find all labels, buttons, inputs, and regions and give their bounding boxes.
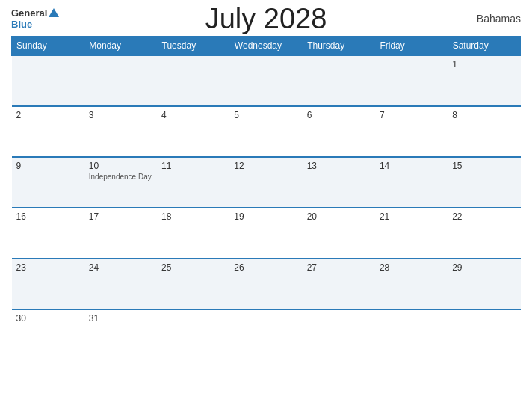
calendar-cell: 7 — [375, 106, 448, 157]
day-number: 12 — [234, 161, 297, 171]
week-row-3: 910Independence Day1112131415 — [12, 157, 521, 208]
weekday-header-friday: Friday — [375, 37, 448, 56]
day-number: 28 — [380, 262, 443, 273]
calendar-cell — [229, 309, 302, 360]
day-number: 8 — [452, 110, 516, 120]
holiday-label: Independence Day — [89, 173, 152, 181]
calendar-cell — [303, 55, 375, 106]
calendar-cell — [229, 55, 302, 106]
calendar-cell — [12, 55, 84, 106]
calendar-cell: 5 — [229, 106, 302, 157]
calendar-cell — [84, 55, 157, 106]
day-number: 25 — [161, 262, 225, 273]
weekday-header-monday: Monday — [84, 37, 157, 56]
calendar-cell: 24 — [84, 259, 157, 309]
day-number: 3 — [89, 110, 152, 120]
calendar-cell: 28 — [375, 259, 448, 309]
calendar-cell: 11 — [157, 157, 229, 208]
day-number: 13 — [307, 161, 371, 171]
calendar-cell: 20 — [303, 208, 375, 259]
calendar-cell: 1 — [448, 55, 520, 106]
calendar-cell: 19 — [229, 208, 302, 259]
calendar-container: General Blue July 2028 Bahamas SundayMon… — [0, 0, 532, 411]
calendar-cell: 17 — [84, 208, 157, 259]
day-number: 5 — [234, 110, 297, 120]
day-number: 30 — [16, 313, 80, 324]
calendar-cell — [157, 309, 229, 360]
day-number: 9 — [16, 161, 80, 171]
logo-triangle-icon — [49, 8, 59, 17]
calendar-header: General Blue July 2028 Bahamas — [11, 7, 521, 30]
calendar-cell: 22 — [448, 208, 520, 259]
day-number: 11 — [161, 161, 225, 171]
calendar-cell: 25 — [157, 259, 229, 309]
calendar-cell: 13 — [303, 157, 375, 208]
day-number: 18 — [161, 211, 225, 222]
week-row-1: 1 — [12, 55, 521, 106]
day-number: 2 — [16, 110, 80, 120]
weekday-header-saturday: Saturday — [448, 37, 520, 56]
week-row-2: 2345678 — [12, 106, 521, 157]
weekday-header-row: SundayMondayTuesdayWednesdayThursdayFrid… — [12, 37, 521, 56]
day-number: 23 — [16, 262, 80, 273]
calendar-cell: 29 — [448, 259, 520, 309]
calendar-cell: 23 — [12, 259, 84, 309]
day-number: 26 — [234, 262, 297, 273]
calendar-cell: 10Independence Day — [84, 157, 157, 208]
calendar-cell: 30 — [12, 309, 84, 360]
day-number: 31 — [89, 313, 152, 324]
weekday-header-thursday: Thursday — [303, 37, 375, 56]
calendar-grid: SundayMondayTuesdayWednesdayThursdayFrid… — [11, 36, 521, 360]
day-number: 1 — [452, 59, 516, 69]
logo: General Blue — [11, 7, 59, 30]
calendar-cell: 26 — [229, 259, 302, 309]
day-number: 19 — [234, 211, 297, 222]
calendar-cell: 12 — [229, 157, 302, 208]
calendar-cell: 6 — [303, 106, 375, 157]
calendar-cell: 18 — [157, 208, 229, 259]
day-number: 15 — [452, 161, 516, 171]
weekday-header-tuesday: Tuesday — [157, 37, 229, 56]
calendar-cell: 27 — [303, 259, 375, 309]
calendar-cell: 4 — [157, 106, 229, 157]
calendar-cell: 21 — [375, 208, 448, 259]
day-number: 14 — [380, 161, 443, 171]
day-number: 29 — [452, 262, 516, 273]
day-number: 10 — [89, 161, 152, 171]
day-number: 24 — [89, 262, 152, 273]
calendar-cell — [375, 55, 448, 106]
week-row-4: 16171819202122 — [12, 208, 521, 259]
calendar-cell: 3 — [84, 106, 157, 157]
week-row-5: 23242526272829 — [12, 259, 521, 309]
calendar-cell — [375, 309, 448, 360]
day-number: 17 — [89, 211, 152, 222]
calendar-cell: 14 — [375, 157, 448, 208]
week-row-6: 3031 — [12, 309, 521, 360]
day-number: 21 — [380, 211, 443, 222]
calendar-cell: 16 — [12, 208, 84, 259]
calendar-cell: 15 — [448, 157, 520, 208]
logo-blue-text: Blue — [11, 19, 32, 30]
day-number: 27 — [307, 262, 371, 273]
calendar-cell: 8 — [448, 106, 520, 157]
calendar-title: July 2028 — [205, 3, 327, 35]
day-number: 16 — [16, 211, 80, 222]
day-number: 4 — [161, 110, 225, 120]
logo-general-text: General — [11, 7, 47, 19]
day-number: 6 — [307, 110, 371, 120]
country-label: Bahamas — [477, 13, 521, 25]
weekday-header-sunday: Sunday — [12, 37, 84, 56]
calendar-cell: 31 — [84, 309, 157, 360]
calendar-cell — [303, 309, 375, 360]
calendar-cell — [157, 55, 229, 106]
day-number: 7 — [380, 110, 443, 120]
day-number: 20 — [307, 211, 371, 222]
weekday-header-wednesday: Wednesday — [229, 37, 302, 56]
calendar-cell: 2 — [12, 106, 84, 157]
day-number: 22 — [452, 211, 516, 222]
calendar-cell: 9 — [12, 157, 84, 208]
calendar-cell — [448, 309, 520, 360]
